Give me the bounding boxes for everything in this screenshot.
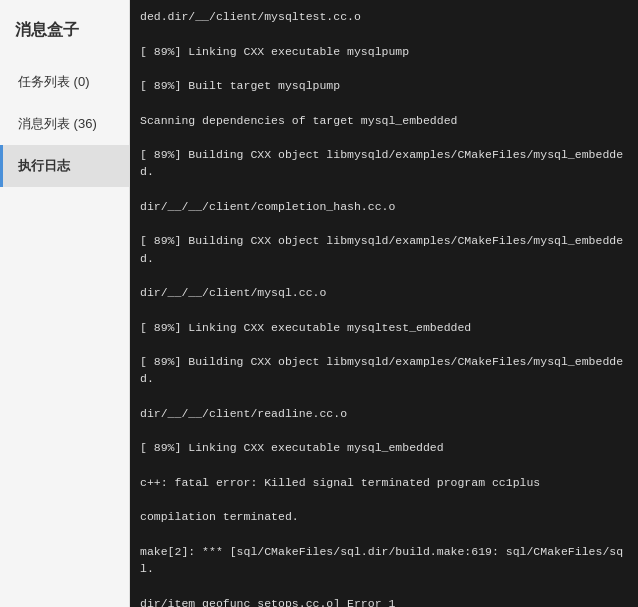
terminal-output[interactable]: ded.dir/__/client/mysqltest.cc.o [ 89%] … [130, 0, 638, 607]
terminal-line: [ 89%] Linking CXX executable mysql_embe… [140, 439, 628, 456]
main-content: ded.dir/__/client/mysqltest.cc.o [ 89%] … [130, 0, 638, 607]
terminal-line: dir/__/__/client/completion_hash.cc.o [140, 198, 628, 215]
sidebar-item-message-list[interactable]: 消息列表 (36) [0, 103, 129, 145]
terminal-line: [ 89%] Linking CXX executable mysqlpump [140, 43, 628, 60]
terminal-line: dir/item_geofunc_setops.cc.o] Error 1 [140, 595, 628, 608]
terminal-line: [ 89%] Building CXX object libmysqld/exa… [140, 353, 628, 388]
terminal-line: dir/__/__/client/readline.cc.o [140, 405, 628, 422]
terminal-line: [ 89%] Built target mysqlpump [140, 77, 628, 94]
sidebar-title: 消息盒子 [0, 10, 129, 61]
terminal-line: c++: fatal error: Killed signal terminat… [140, 474, 628, 491]
terminal-line: ded.dir/__/client/mysqltest.cc.o [140, 8, 628, 25]
terminal-line: [ 89%] Building CXX object libmysqld/exa… [140, 146, 628, 181]
terminal-line: [ 89%] Building CXX object libmysqld/exa… [140, 232, 628, 267]
sidebar: 消息盒子 任务列表 (0) 消息列表 (36) 执行日志 [0, 0, 130, 607]
terminal-line: make[2]: *** [sql/CMakeFiles/sql.dir/bui… [140, 543, 628, 578]
sidebar-item-exec-log[interactable]: 执行日志 [0, 145, 129, 187]
terminal-line: [ 89%] Linking CXX executable mysqltest_… [140, 319, 628, 336]
terminal-line: Scanning dependencies of target mysql_em… [140, 112, 628, 129]
terminal-line: compilation terminated. [140, 508, 628, 525]
terminal-line: dir/__/__/client/mysql.cc.o [140, 284, 628, 301]
sidebar-item-task-list[interactable]: 任务列表 (0) [0, 61, 129, 103]
